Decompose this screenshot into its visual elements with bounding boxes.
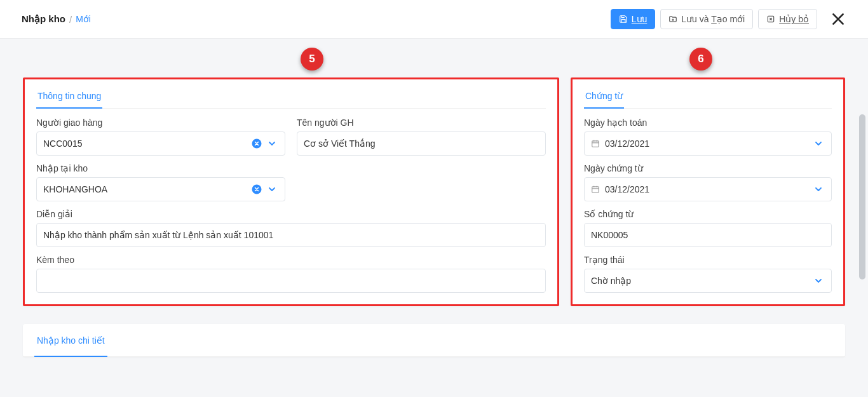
status-value: Chờ nhập [591, 276, 812, 286]
close-button[interactable] [830, 11, 846, 27]
attachment-label: Kèm theo [36, 255, 546, 265]
deliverer-name-label: Tên người GH [297, 118, 546, 128]
tab-general-info[interactable]: Thông tin chung [36, 86, 102, 109]
deliverer-value: NCC0015 [43, 138, 252, 149]
calendar-icon [591, 185, 600, 194]
voucher-no-input[interactable]: NK00005 [584, 223, 832, 247]
page-body: 5 Thông tin chung Người giao hàng NCC001… [0, 38, 868, 357]
deliverer-label: Người giao hàng [36, 118, 285, 128]
svg-rect-9 [592, 141, 599, 147]
breadcrumb-root[interactable]: Nhập kho [22, 13, 65, 25]
voucher-no-value: NK00005 [591, 230, 825, 240]
cancel-button-label: Hủy bỏ [779, 14, 809, 24]
voucher-date-input[interactable]: 03/12/2021 [584, 177, 832, 201]
save-and-new-label: Lưu và Tạo mới [681, 14, 745, 24]
general-tabstrip: Thông tin chung [36, 86, 546, 109]
description-value: Nhập kho thành phẩm sản xuất từ Lệnh sản… [43, 230, 539, 240]
attachment-input[interactable] [36, 269, 546, 293]
voucher-tabstrip: Chứng từ [584, 86, 832, 109]
status-select[interactable]: Chờ nhập [584, 269, 832, 293]
breadcrumb-current: Mới [76, 14, 91, 24]
folder-plus-icon [668, 15, 677, 24]
cancel-button[interactable]: Hủy bỏ [758, 9, 817, 29]
warehouse-select[interactable]: KHOHANGHOA [36, 177, 285, 201]
status-label: Trạng thái [584, 255, 832, 265]
clear-icon[interactable] [252, 184, 262, 194]
detail-tabstrip: Nhập kho chi tiết [23, 324, 845, 357]
clear-icon[interactable] [252, 138, 262, 149]
voucher-date-value: 03/12/2021 [605, 184, 812, 194]
posting-date-label: Ngày hạch toán [584, 118, 832, 128]
page-header: Nhập kho / Mới Lưu Lưu và Tạo mới Hủy bỏ [0, 0, 868, 38]
annotation-callout-6: 6 [689, 48, 712, 71]
save-button-label: Lưu [632, 14, 648, 24]
chevron-down-icon[interactable] [812, 277, 825, 285]
svg-rect-13 [592, 187, 599, 192]
voucher-no-label: Số chứng từ [584, 209, 832, 219]
cancel-icon [766, 15, 775, 24]
save-button[interactable]: Lưu [611, 9, 656, 29]
chevron-down-icon[interactable] [812, 140, 825, 147]
calendar-icon [591, 139, 600, 148]
deliverer-name-value: Cơ sở Viết Thắng [304, 138, 539, 149]
breadcrumb: Nhập kho / Mới [22, 13, 91, 25]
voucher-date-label: Ngày chứng từ [584, 163, 832, 173]
posting-date-value: 03/12/2021 [605, 138, 812, 149]
description-input[interactable]: Nhập kho thành phẩm sản xuất từ Lệnh sản… [36, 223, 546, 247]
deliverer-name-input[interactable]: Cơ sở Viết Thắng [297, 131, 546, 156]
detail-panel: Nhập kho chi tiết [23, 324, 845, 357]
scrollbar[interactable] [859, 114, 865, 279]
panels-row: 5 Thông tin chung Người giao hàng NCC001… [23, 77, 845, 306]
tab-detail[interactable]: Nhập kho chi tiết [34, 324, 107, 357]
chevron-down-icon[interactable] [266, 185, 278, 193]
posting-date-input[interactable]: 03/12/2021 [584, 131, 832, 156]
save-icon [619, 15, 628, 24]
warehouse-value: KHOHANGHOA [43, 184, 252, 194]
header-actions: Lưu Lưu và Tạo mới Hủy bỏ [611, 9, 846, 29]
annotation-callout-5: 5 [301, 48, 323, 71]
chevron-down-icon[interactable] [812, 185, 825, 193]
description-label: Diễn giải [36, 209, 546, 219]
save-and-new-button[interactable]: Lưu và Tạo mới [660, 9, 753, 29]
breadcrumb-separator: / [69, 14, 72, 25]
deliverer-select[interactable]: NCC0015 [36, 131, 285, 156]
general-info-panel: 5 Thông tin chung Người giao hàng NCC001… [23, 77, 559, 306]
voucher-panel: 6 Chứng từ Ngày hạch toán 03/12/2021 [571, 77, 845, 306]
chevron-down-icon[interactable] [266, 140, 278, 147]
tab-voucher[interactable]: Chứng từ [584, 86, 624, 109]
warehouse-label: Nhập tại kho [36, 163, 285, 173]
